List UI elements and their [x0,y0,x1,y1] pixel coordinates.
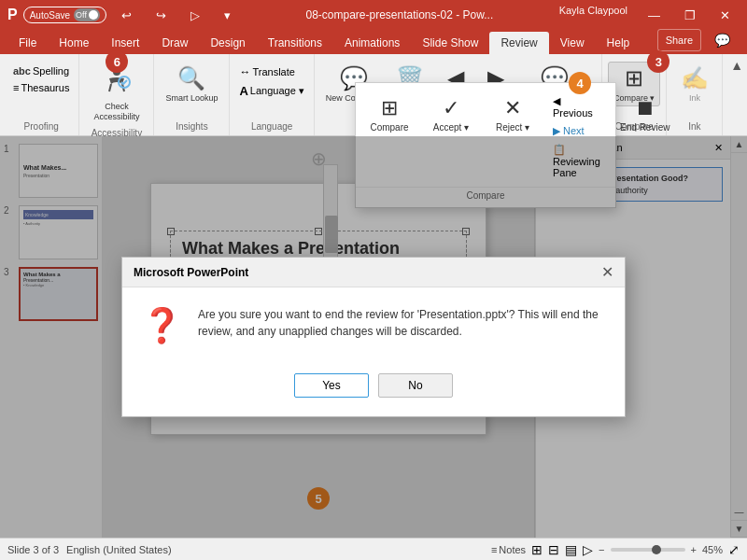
dialog-yes-button[interactable]: Yes [294,373,369,398]
compare-dd-label: Compare [370,122,408,133]
review-area: 1 What Makes... Presentation 2 Knowledge… [0,136,747,538]
dropdown-previous-row[interactable]: ◀ Previous [546,92,607,121]
notes-icon: ≡ [491,544,497,555]
thesaurus-icon: ≡ [13,82,19,93]
insights-group-label: Insights [176,119,207,132]
tab-file[interactable]: File [7,32,48,54]
customize-qat-button[interactable]: ▾ [215,5,240,26]
dialog-body: ❓ Are you sure you want to end the revie… [122,287,625,364]
spelling-label: Spelling [33,65,69,77]
spelling-icon: abc [13,65,31,77]
language-group-label: Language [251,119,293,132]
zoom-level: 45% [702,544,723,555]
dialog-buttons: Yes No [122,364,625,416]
status-slide-info: Slide 3 of 3 [7,544,59,555]
title-bar-left: P AutoSave Off ↩ ↪ ▷ ▾ [7,5,240,26]
share-button[interactable]: Share [657,29,701,51]
tab-help[interactable]: Help [596,32,641,54]
zoom-plus[interactable]: + [691,544,697,555]
zoom-minus[interactable]: − [599,544,604,555]
dialog-info-icon: ❓ [141,306,183,345]
status-bar: Slide 3 of 3 English (United States) ≡ N… [0,538,747,560]
dialog-message: Are you sure you want to end the review … [198,306,606,340]
tab-insert[interactable]: Insert [100,32,150,54]
tab-animations[interactable]: Animations [333,32,411,54]
accessibility-icon [102,65,132,100]
title-bar-right: Kayla Claypool — ❐ ✕ [559,5,740,26]
svg-point-0 [113,68,120,76]
proofing-group-label: Proofing [24,119,59,132]
accept-label: Accept ▾ [433,122,469,133]
present-button[interactable]: ▷ [181,5,209,26]
translate-label: Translate [252,66,294,77]
check-accessibility-button[interactable]: Check Accessibility [85,62,148,126]
spelling-button[interactable]: abc Spelling [9,63,73,78]
dropdown-reject-btn[interactable]: ✕ Reject ▾ [485,92,541,136]
dialog-title-bar: Microsoft PowerPoint ✕ [122,258,625,287]
collapse-ribbon-button[interactable]: ▲ [730,58,743,73]
thesaurus-label: Thesaurus [21,82,69,93]
language-icon: A [239,84,247,98]
status-right: ≡ Notes ⊞ ⊟ ▤ ▷ − + 45% ⤢ [491,542,740,557]
compare-dd-icon: ⊞ [381,96,398,120]
dialog-close-button[interactable]: ✕ [601,263,613,281]
toggle-circle [89,10,98,20]
dropdown-accept-btn[interactable]: ✓ Accept ▾ [423,92,479,136]
smart-lookup-icon: 🔍 [177,65,205,91]
view-reading-button[interactable]: ▤ [565,542,577,557]
ribbon-group-accessibility: Check Accessibility 6 Accessibility [79,54,154,135]
tab-slideshow[interactable]: Slide Show [411,32,489,54]
view-slideshow-button[interactable]: ▷ [583,542,593,557]
smart-lookup-label: Smart Lookup [165,93,218,103]
redo-button[interactable]: ↪ [147,5,176,26]
translate-button[interactable]: ↔ Translate [235,63,298,80]
smart-lookup-button[interactable]: 🔍 Smart Lookup [160,62,223,106]
autosave-label: AutoSave [30,10,70,21]
ribbon-group-proofing: abc Spelling ≡ Thesaurus Proofing [4,54,79,135]
dropdown-compare-btn[interactable]: ⊞ Compare [361,92,417,136]
notes-button[interactable]: ≡ Notes [491,544,526,555]
dropdown-end-review-btn[interactable]: ⏹ End Review [613,92,678,136]
end-review-label: End Review [620,122,669,133]
autosave-toggle[interactable]: Off [74,8,100,21]
insights-buttons: 🔍 Smart Lookup [160,58,223,119]
current-user: Kayla Claypool [559,5,627,26]
end-review-icon: ⏹ [635,96,655,120]
autosave-state: Off [76,10,87,20]
zoom-slider[interactable] [611,548,685,552]
autosave-badge: AutoSave Off [23,7,106,23]
ribbon-tabs: File Home Insert Draw Design Transitions… [0,30,747,54]
language-button[interactable]: A Language ▾ [235,82,307,100]
proofing-buttons: abc Spelling ≡ Thesaurus [9,58,73,119]
restore-button[interactable]: ❐ [675,5,705,26]
close-button[interactable]: ✕ [711,5,740,26]
view-normal-button[interactable]: ⊞ [531,542,543,557]
tab-draw[interactable]: Draw [150,32,199,54]
tab-review[interactable]: Review [489,32,548,54]
ink-label: Ink [689,93,700,103]
dialog-title: Microsoft PowerPoint [134,266,248,279]
undo-button[interactable]: ↩ [112,5,141,26]
reject-label: Reject ▾ [496,122,529,133]
tab-design[interactable]: Design [199,32,256,54]
ribbon-group-language: ↔ Translate A Language ▾ Language [230,54,314,135]
app-logo: P [7,7,18,23]
view-slide-sorter-button[interactable]: ⊟ [548,542,559,557]
tab-view[interactable]: View [549,32,596,54]
minimize-button[interactable]: — [639,5,669,26]
ribbon-group-insights: 🔍 Smart Lookup Insights [154,54,230,135]
ink-button[interactable]: ✍️ Ink [675,62,714,106]
tab-home[interactable]: Home [48,32,100,54]
zoom-thumb [652,545,661,554]
accessibility-buttons: Check Accessibility [85,58,148,126]
dialog-no-button[interactable]: No [378,373,453,398]
dialog-overlay: Microsoft PowerPoint ✕ ❓ Are you sure yo… [0,136,747,538]
status-theme: English (United States) [66,544,172,555]
tab-transitions[interactable]: Transitions [257,32,333,54]
language-label: Language ▾ [250,85,304,97]
ink-group-label: Ink [688,119,700,132]
translate-icon: ↔ [239,65,250,78]
fit-slide-button[interactable]: ⤢ [728,542,740,557]
comments-button[interactable]: 💬 [705,29,740,51]
thesaurus-button[interactable]: ≡ Thesaurus [9,80,73,95]
